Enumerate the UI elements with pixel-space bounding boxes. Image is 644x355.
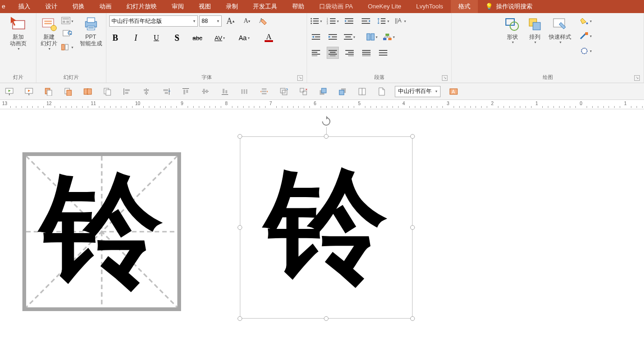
shape-outline-button[interactable]: ▾ xyxy=(578,30,594,42)
resize-handle-br[interactable] xyxy=(410,316,415,321)
new-slide-button[interactable]: 新建 幻灯片 ▾ xyxy=(39,15,59,52)
indent-left-button[interactable] xyxy=(360,15,372,27)
tab-transitions[interactable]: 切换 xyxy=(65,0,92,13)
shapes-button[interactable]: 形状 ▾ xyxy=(502,15,523,45)
tab-animations[interactable]: 动画 xyxy=(92,0,119,13)
qat-text-box-button[interactable]: A xyxy=(447,85,460,98)
underline-button[interactable]: U xyxy=(150,32,162,44)
indent-right-button[interactable] xyxy=(343,15,356,27)
decrease-indent-button[interactable] xyxy=(310,31,322,43)
line-spacing-button[interactable]: ▾ xyxy=(377,15,389,27)
align-justify-button[interactable] xyxy=(360,47,372,59)
align-right-button[interactable] xyxy=(343,47,356,59)
tab-developer[interactable]: 开发工具 xyxy=(245,0,285,13)
tab-onekey-lite[interactable]: OneKey Lite xyxy=(360,0,409,13)
align-center-button[interactable] xyxy=(327,47,339,59)
font-name-combo[interactable]: 中山行书百年纪念版 ▾ xyxy=(109,15,198,27)
tab-lvyhtools[interactable]: LvyhTools xyxy=(409,0,451,13)
qat-paste-button[interactable] xyxy=(62,85,75,98)
reset-button[interactable] xyxy=(61,28,73,40)
char-spacing-button[interactable]: AV▾ xyxy=(212,32,228,44)
qat-group-button[interactable] xyxy=(277,85,290,98)
shadow-button[interactable]: S xyxy=(171,32,183,44)
tab-help[interactable]: 帮助 xyxy=(285,0,312,13)
grow-font-button[interactable]: A▴ xyxy=(223,15,238,27)
bold-button[interactable]: B xyxy=(109,32,121,44)
ribbon: 新加 动画页 ▾ 灯片 新建 幻灯片 ▾ ▾ ▾ xyxy=(0,13,644,83)
layout-button[interactable]: ▾ xyxy=(61,15,73,27)
quick-styles-button[interactable]: 快速样式 ▾ xyxy=(547,15,573,45)
smartart-button[interactable]: ▾ xyxy=(383,31,395,43)
dialog-launcher-icon[interactable]: ↘ xyxy=(297,75,303,81)
tab-review[interactable]: 审阅 xyxy=(164,0,191,13)
qat-present-button[interactable] xyxy=(3,85,16,98)
qat-selection-pane-button[interactable] xyxy=(356,85,369,98)
resize-handle-tr[interactable] xyxy=(410,134,415,139)
font-color-button[interactable]: A xyxy=(260,32,277,44)
tab-file-partial[interactable]: e xyxy=(0,0,11,13)
resize-handle-tl[interactable] xyxy=(238,134,242,139)
group-font: 中山行书百年纪念版 ▾ 88 ▾ A▴ A▾ A B I U S abc xyxy=(106,13,307,83)
shape-effects-button[interactable]: ▾ xyxy=(578,45,594,57)
resize-handle-bl[interactable] xyxy=(238,316,242,321)
qat-distribute-h-button[interactable] xyxy=(238,85,251,98)
qat-align-center-button[interactable] xyxy=(140,85,153,98)
resize-handle-tm[interactable] xyxy=(324,134,329,139)
qat-cut-button[interactable] xyxy=(81,85,94,98)
qat-copy-button[interactable] xyxy=(42,85,55,98)
svg-text:||A: ||A xyxy=(395,17,401,24)
align-left-button[interactable] xyxy=(310,47,322,59)
qat-ungroup-button[interactable] xyxy=(297,85,310,98)
tab-format[interactable]: 格式 xyxy=(451,0,478,13)
horizontal-ruler[interactable]: // ruler drawn below via binding loop af… xyxy=(0,100,644,109)
qat-align-top-button[interactable] xyxy=(179,85,192,98)
bullets-button[interactable]: ▾ xyxy=(310,15,322,27)
dialog-launcher-icon[interactable]: ↘ xyxy=(442,75,448,81)
change-case-button[interactable]: Aa▾ xyxy=(236,32,252,44)
qat-align-middle-button[interactable] xyxy=(199,85,212,98)
tab-record[interactable]: 录制 xyxy=(218,0,245,13)
qat-align-right-button[interactable] xyxy=(160,85,173,98)
dialog-launcher-icon[interactable]: ↘ xyxy=(634,75,640,81)
character-grid-box[interactable]: 铃 xyxy=(22,152,181,311)
qat-align-bottom-button[interactable] xyxy=(218,85,231,98)
selected-text-box[interactable]: 铃 xyxy=(240,136,413,319)
new-anim-page-button[interactable]: 新加 动画页 ▾ xyxy=(8,15,28,52)
resize-handle-mr[interactable] xyxy=(410,225,415,230)
tab-pocket-anim[interactable]: 口袋动画 PA xyxy=(312,0,360,13)
slide-canvas[interactable]: 铃 铃 xyxy=(0,109,644,355)
columns-button[interactable]: ▾ xyxy=(366,31,378,43)
tell-me-search[interactable]: 💡 操作说明搜索 xyxy=(478,0,540,13)
italic-button[interactable]: I xyxy=(130,32,142,44)
strike-button[interactable]: abc xyxy=(191,32,203,44)
tab-insert[interactable]: 插入 xyxy=(11,0,38,13)
font-size-combo[interactable]: 88 ▾ xyxy=(199,15,222,27)
rotate-handle-icon[interactable] xyxy=(321,116,332,127)
qat-dup-button[interactable] xyxy=(101,85,114,98)
section-button[interactable]: ▾ xyxy=(61,41,73,53)
resize-handle-bm[interactable] xyxy=(324,316,329,321)
resize-handle-ml[interactable] xyxy=(238,225,242,230)
qat-distribute-v-button[interactable] xyxy=(258,85,271,98)
increase-indent-button[interactable] xyxy=(327,31,339,43)
numbering-button[interactable]: 123▾ xyxy=(327,15,339,27)
ppt-smart-gen-button[interactable]: PPT 智能生成 xyxy=(78,15,104,48)
shape-fill-button[interactable]: ▾ xyxy=(578,15,594,27)
align-vertical-button[interactable]: ▾ xyxy=(343,31,356,43)
qat-send-back-button[interactable] xyxy=(336,85,349,98)
shrink-font-button[interactable]: A▾ xyxy=(239,15,254,27)
qat-present-from-button[interactable] xyxy=(22,85,35,98)
qat-new-doc-button[interactable] xyxy=(375,85,388,98)
distribute-button[interactable] xyxy=(377,47,389,59)
qat-align-left-button[interactable] xyxy=(120,85,133,98)
text-direction-button[interactable]: ||A▾ xyxy=(394,15,406,27)
qat-font-select[interactable]: 中山行书百年 ▾ xyxy=(395,86,441,97)
tab-design[interactable]: 设计 xyxy=(38,0,65,13)
arrange-button[interactable]: 排列 ▾ xyxy=(525,15,545,45)
svg-rect-42 xyxy=(312,39,320,40)
qat-bring-front-button[interactable] xyxy=(316,85,329,98)
tab-slideshow[interactable]: 幻灯片放映 xyxy=(119,0,164,13)
tab-view[interactable]: 视图 xyxy=(191,0,218,13)
ppt-gen-label: PPT 智能生成 xyxy=(80,34,102,47)
clear-format-button[interactable]: A xyxy=(256,15,271,27)
